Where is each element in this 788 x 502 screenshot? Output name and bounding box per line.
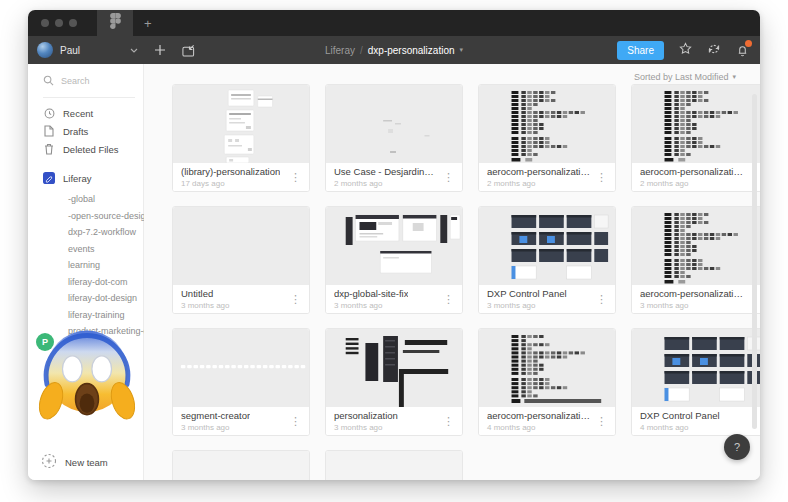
file-thumbnail	[326, 329, 462, 407]
file-thumbnail	[632, 207, 760, 285]
toolbar: Paul Liferay / dxp-personalization ▾ Sha…	[28, 36, 760, 64]
file-modified-time: 3 months ago	[640, 301, 743, 310]
minimize-window-button[interactable]	[55, 19, 63, 27]
file-card[interactable]: aerocom-personalization-use-cases...3 mo…	[631, 206, 760, 314]
breadcrumb-project[interactable]: dxp-personalization	[368, 45, 455, 56]
file-card[interactable]: (library)-personalization17 days ago⋮	[172, 84, 310, 192]
figma-logo-icon	[110, 13, 121, 33]
sidebar-project-dxp-7.2-workflow[interactable]: dxp-7.2-workflow	[28, 224, 143, 241]
file-modified-time: 4 months ago	[487, 423, 590, 432]
kebab-menu-icon[interactable]: ⋮	[437, 294, 454, 305]
close-window-button[interactable]	[41, 19, 49, 27]
help-button[interactable]: ?	[724, 434, 750, 460]
file-card[interactable]: aerocom-personalization (Copy)4 months a…	[478, 328, 616, 436]
file-thumbnail	[479, 329, 615, 407]
new-file-button[interactable]	[155, 45, 165, 55]
sidebar-project-learning[interactable]: learning	[28, 257, 143, 274]
share-button[interactable]: Share	[617, 41, 664, 60]
kebab-menu-icon[interactable]: ⋮	[590, 294, 607, 305]
sidebar-item-deleted-files[interactable]: Deleted Files	[28, 140, 143, 158]
sidebar-team-liferay[interactable]: Liferay	[28, 167, 143, 189]
maximize-window-button[interactable]	[69, 19, 77, 27]
file-modified-time: 4 months ago	[640, 423, 720, 432]
sidebar-project-events[interactable]: events	[28, 241, 143, 258]
sidebar-item-label: Deleted Files	[63, 144, 118, 155]
search-input[interactable]	[61, 76, 129, 86]
breadcrumb: Liferay / dxp-personalization ▾	[325, 45, 463, 56]
sidebar-project-liferay-dot-com[interactable]: liferay-dot-com	[28, 274, 143, 291]
import-file-icon[interactable]	[182, 44, 195, 57]
draft-icon	[43, 125, 55, 137]
partial-file-card[interactable]	[172, 450, 310, 480]
star-icon[interactable]	[679, 41, 692, 59]
user-avatar[interactable]	[37, 42, 53, 58]
new-team-button[interactable]: New team	[28, 453, 108, 471]
new-tab-button[interactable]: +	[144, 17, 152, 30]
file-title: aerocom-personalization-use-cases...	[640, 288, 743, 299]
file-thumbnail	[479, 85, 615, 163]
breadcrumb-chevron-icon[interactable]: ▾	[460, 46, 464, 54]
sidebar-project-liferay-training[interactable]: liferay-training	[28, 307, 143, 324]
file-modified-time: 3 months ago	[181, 301, 229, 310]
file-card[interactable]: personalization3 months ago⋮	[325, 328, 463, 436]
kebab-menu-icon[interactable]: ⋮	[284, 416, 301, 427]
sidebar-nav: RecentDraftsDeleted Files	[28, 104, 143, 158]
scrollbar[interactable]	[752, 94, 757, 429]
sidebar-project-global[interactable]: -global	[28, 191, 143, 208]
file-title: Use Case - Desjardins Segmentation	[334, 166, 437, 177]
file-card[interactable]: segment-creator3 months ago⋮	[172, 328, 310, 436]
sort-label: Sorted by Last Modified	[634, 72, 729, 82]
sidebar-item-drafts[interactable]: Drafts	[28, 122, 143, 140]
tab-file-browser[interactable]	[97, 10, 133, 36]
user-menu-chevron-icon[interactable]	[130, 48, 138, 53]
trash-icon	[43, 143, 55, 155]
file-thumbnail	[173, 85, 309, 163]
clock-icon	[43, 108, 55, 119]
file-card[interactable]: Use Case - Desjardins Segmentation2 mont…	[325, 84, 463, 192]
file-card[interactable]: DXP Control Panel4 months ago⋮	[631, 328, 760, 436]
user-name: Paul	[60, 45, 80, 56]
kebab-menu-icon[interactable]: ⋮	[590, 172, 607, 183]
sort-control[interactable]: Sorted by Last Modified ▾	[634, 72, 736, 82]
breadcrumb-separator: /	[360, 45, 363, 56]
sidebar-project-open-source-design[interactable]: -open-source-design	[28, 208, 143, 225]
file-card[interactable]: dxp-global-site-fix3 months ago⋮	[325, 206, 463, 314]
file-card[interactable]: DXP Control Panel3 months ago⋮	[478, 206, 616, 314]
notifications-bell-icon[interactable]	[736, 43, 749, 57]
file-card[interactable]: aerocom-personalization2 months ago⋮	[631, 84, 760, 192]
new-team-icon	[41, 453, 57, 471]
tab-strip: +	[28, 10, 760, 36]
file-thumbnail	[326, 207, 462, 285]
kebab-menu-icon[interactable]: ⋮	[284, 172, 301, 183]
file-modified-time: 2 months ago	[334, 179, 437, 188]
kebab-menu-icon[interactable]: ⋮	[284, 294, 301, 305]
file-title: aerocom-personalization	[640, 166, 743, 177]
file-modified-time: 2 months ago	[487, 179, 590, 188]
file-card[interactable]: Untitled3 months ago⋮	[172, 206, 310, 314]
file-title: aerocom-personalization (Copy)	[487, 410, 590, 421]
version-history-icon[interactable]	[707, 41, 721, 59]
sidebar: RecentDraftsDeleted Files Liferay -globa…	[28, 64, 144, 480]
sidebar-item-label: Recent	[63, 108, 93, 119]
sidebar-project-liferay-dot-design[interactable]: liferay-dot-design	[28, 290, 143, 307]
file-modified-time: 3 months ago	[181, 423, 250, 432]
file-thumbnail	[173, 451, 309, 480]
file-modified-time: 3 months ago	[487, 301, 567, 310]
kebab-menu-icon[interactable]: ⋮	[590, 416, 607, 427]
file-title: DXP Control Panel	[640, 410, 720, 421]
sidebar-item-label: Drafts	[63, 126, 88, 137]
file-thumbnail	[326, 451, 462, 480]
file-title: personalization	[334, 410, 398, 421]
team-avatar-icon	[43, 170, 55, 186]
file-thumbnail	[632, 85, 760, 163]
kebab-menu-icon[interactable]: ⋮	[437, 416, 454, 427]
new-team-label: New team	[65, 457, 108, 468]
partial-file-card[interactable]	[325, 450, 463, 480]
file-title: aerocom-personalization (Copy)	[487, 166, 590, 177]
file-card[interactable]: aerocom-personalization (Copy)2 months a…	[478, 84, 616, 192]
sidebar-project-triblio[interactable]: triblio	[28, 356, 143, 373]
sidebar-item-recent[interactable]: Recent	[28, 104, 143, 122]
kebab-menu-icon[interactable]: ⋮	[437, 172, 454, 183]
breadcrumb-team[interactable]: Liferay	[325, 45, 355, 56]
file-thumbnail	[173, 207, 309, 285]
